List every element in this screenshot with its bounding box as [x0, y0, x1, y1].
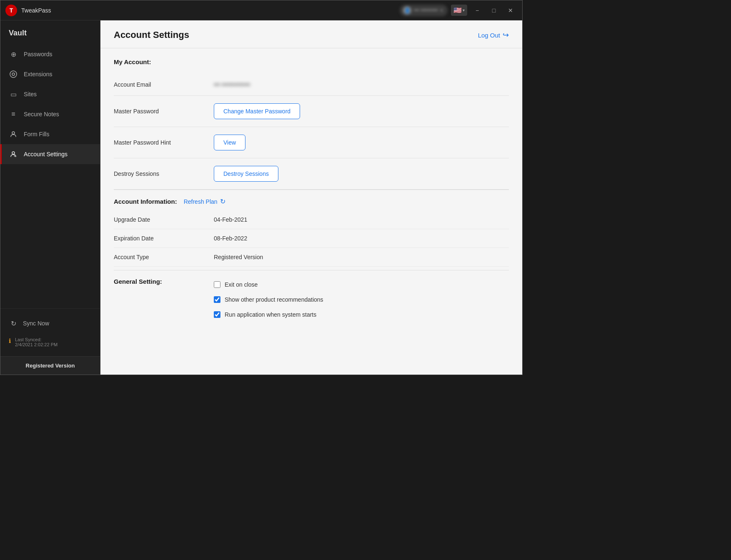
close-button[interactable]: ✕ [504, 4, 517, 17]
plus-circle-icon: ⊕ [9, 50, 18, 59]
destroy-sessions-button[interactable]: Destroy Sessions [214, 166, 278, 182]
master-password-hint-label: Master Password Hint [114, 139, 214, 146]
page-title: Account Settings [114, 30, 189, 40]
sidebar-nav: ⊕ Passwords Extensions ▭ Sites ≡ Secure … [0, 44, 100, 308]
master-password-hint-action: View [214, 135, 245, 150]
show-recommendations-row: Show other product recommendations [214, 293, 323, 306]
sidebar-item-account-settings[interactable]: Account Settings [0, 144, 100, 164]
last-synced-label: Last Synced: [15, 337, 42, 342]
user-badge-text: ••• •••••••••• [414, 8, 438, 13]
main-header: Account Settings Log Out ↪ [100, 20, 522, 48]
vault-title: Vault [0, 20, 100, 44]
change-master-password-button[interactable]: Change Master Password [214, 103, 300, 119]
account-info-header: Account Information: Refresh Plan ↻ [114, 190, 509, 210]
app-name: TweakPass [21, 7, 400, 14]
form-fills-icon [9, 130, 18, 139]
svg-point-0 [10, 71, 17, 78]
logo-letter: T [10, 7, 13, 14]
flag-icon: 🇺🇸 [453, 6, 462, 14]
sync-label: Sync Now [23, 320, 49, 327]
app-body: Vault ⊕ Passwords Extensions ▭ Sites [0, 20, 522, 375]
account-type-label: Account Type [114, 254, 214, 260]
maximize-button[interactable]: □ [487, 4, 501, 17]
sidebar-item-passwords[interactable]: ⊕ Passwords [0, 44, 100, 64]
run-on-startup-row: Run application when system starts [214, 308, 323, 321]
svg-point-1 [12, 73, 15, 75]
sync-now-button[interactable]: ↻ Sync Now [0, 314, 100, 333]
exit-on-close-label: Exit on close [225, 281, 258, 288]
main-body: My Account: Account Email ••• ••••••••••… [100, 48, 522, 375]
master-password-hint-row: Master Password Hint View [114, 127, 509, 158]
view-hint-button[interactable]: View [214, 135, 245, 150]
sidebar-label-passwords: Passwords [24, 51, 52, 58]
master-password-action: Change Master Password [214, 103, 300, 119]
upgrade-date-value: 04-Feb-2021 [214, 216, 247, 223]
destroy-sessions-action: Destroy Sessions [214, 166, 278, 182]
my-account-section-label: My Account: [114, 58, 509, 65]
account-email-label: Account Email [114, 81, 214, 88]
notes-icon: ≡ [9, 110, 18, 119]
master-password-row: Master Password Change Master Password [114, 96, 509, 127]
exit-on-close-checkbox[interactable] [214, 281, 220, 288]
general-setting-section: General Setting: Exit on close Show othe… [114, 270, 509, 321]
logout-icon: ↪ [503, 30, 509, 40]
flag-badge[interactable]: 🇺🇸 ▾ [451, 5, 467, 16]
account-info-section-label: Account Information: [114, 198, 177, 205]
extensions-icon [9, 70, 18, 79]
sidebar-item-secure-notes[interactable]: ≡ Secure Notes [0, 104, 100, 124]
minimize-button[interactable]: − [471, 4, 484, 17]
account-settings-icon [9, 150, 18, 159]
destroy-sessions-row: Destroy Sessions Destroy Sessions [114, 158, 509, 190]
logout-button[interactable]: Log Out ↪ [478, 30, 509, 40]
upgrade-date-row: Upgrade Date 04-Feb-2021 [114, 210, 509, 229]
master-password-label: Master Password [114, 108, 214, 115]
show-recommendations-checkbox[interactable] [214, 296, 220, 303]
sites-icon: ▭ [9, 90, 18, 99]
refresh-plan-label: Refresh Plan [184, 198, 218, 205]
sidebar: Vault ⊕ Passwords Extensions ▭ Sites [0, 20, 100, 375]
logout-label: Log Out [478, 32, 500, 39]
last-synced-info: ℹ Last Synced: 2/4/2021 2:02:22 PM [0, 333, 100, 351]
titlebar-controls: 👤 ••• •••••••••• ▾ 🇺🇸 ▾ − □ ✕ [400, 4, 517, 17]
sidebar-item-sites[interactable]: ▭ Sites [0, 84, 100, 104]
refresh-plan-button[interactable]: Refresh Plan ↻ [184, 198, 225, 205]
titlebar: T TweakPass 👤 ••• •••••••••• ▾ 🇺🇸 ▾ − □ … [0, 0, 522, 20]
sidebar-label-sites: Sites [24, 91, 37, 98]
account-email-value: ••• •••••••••••••• [214, 81, 250, 88]
chevron-down-icon: ▾ [441, 8, 443, 12]
exit-on-close-row: Exit on close [214, 278, 323, 291]
sidebar-label-form-fills: Form Fills [24, 131, 49, 138]
account-type-row: Account Type Registered Version [114, 248, 509, 267]
destroy-sessions-label: Destroy Sessions [114, 170, 214, 177]
flag-chevron-icon: ▾ [463, 8, 465, 12]
expiration-date-label: Expiration Date [114, 235, 214, 242]
general-setting-options: Exit on close Show other product recomme… [214, 278, 323, 321]
general-setting-label: General Setting: [114, 278, 162, 285]
sidebar-item-extensions[interactable]: Extensions [0, 64, 100, 84]
app-logo: T [5, 5, 17, 16]
expiration-date-row: Expiration Date 08-Feb-2022 [114, 229, 509, 248]
last-synced-time: 2/4/2021 2:02:22 PM [15, 342, 58, 347]
info-icon: ℹ [9, 338, 11, 344]
user-badge[interactable]: 👤 ••• •••••••••• ▾ [400, 5, 448, 16]
main-content: Account Settings Log Out ↪ My Account: A… [100, 20, 522, 375]
sidebar-label-account-settings: Account Settings [24, 151, 68, 158]
user-icon: 👤 [403, 6, 411, 15]
refresh-icon: ↻ [220, 198, 225, 205]
run-on-startup-label: Run application when system starts [225, 311, 316, 318]
expiration-date-value: 08-Feb-2022 [214, 235, 247, 242]
sidebar-item-form-fills[interactable]: Form Fills [0, 124, 100, 144]
sidebar-label-extensions: Extensions [24, 71, 52, 78]
sidebar-bottom: ↻ Sync Now ℹ Last Synced: 2/4/2021 2:02:… [0, 308, 100, 356]
account-type-value: Registered Version [214, 254, 263, 260]
sidebar-footer: Registered Version [0, 356, 100, 375]
run-on-startup-checkbox[interactable] [214, 311, 220, 318]
sync-icon: ↻ [9, 319, 18, 328]
sidebar-label-secure-notes: Secure Notes [24, 111, 59, 118]
show-recommendations-label: Show other product recommendations [225, 296, 323, 303]
footer-version-label: Registered Version [26, 362, 75, 369]
upgrade-date-label: Upgrade Date [114, 216, 214, 223]
account-email-row: Account Email ••• •••••••••••••• [114, 74, 509, 96]
